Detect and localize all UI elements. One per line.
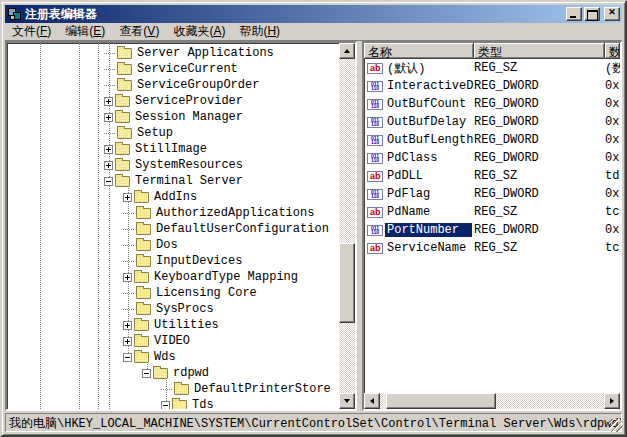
tree-item-dos[interactable]: Dos — [7, 237, 180, 253]
dword-value-icon — [367, 189, 383, 200]
value-data-cell: 0x — [605, 115, 620, 129]
column-header-[interactable]: 类型 — [474, 43, 605, 59]
value-type-cell: REG_DWORD — [474, 115, 605, 129]
menu-item-v[interactable]: 查看(V) — [112, 22, 166, 41]
scroll-right-button[interactable] — [604, 393, 620, 409]
tree-item-systemresources[interactable]: SystemResources — [7, 157, 245, 173]
tree-item-servicecurrent[interactable]: ServiceCurrent — [7, 61, 240, 77]
folder-icon — [134, 192, 149, 203]
value-data-cell: td — [605, 169, 620, 183]
tree-item-label: AuthorizedApplications — [154, 206, 316, 220]
expand-plus-box-icon[interactable] — [104, 161, 113, 170]
scroll-down-button[interactable] — [339, 393, 355, 409]
tree-item-inputdevices[interactable]: InputDevices — [7, 253, 244, 269]
tree-item-tds[interactable]: Tds — [7, 397, 216, 409]
list-horizontal-scrollbar[interactable] — [364, 393, 620, 409]
arrow-left-icon — [370, 398, 374, 404]
tree-item-sysprocs[interactable]: SysProcs — [7, 301, 216, 317]
expand-plus-box-icon[interactable] — [123, 273, 132, 282]
value-row-servicename[interactable]: ServiceNameREG_SZtc — [364, 239, 620, 257]
value-row-pdclass[interactable]: PdClassREG_DWORD0x — [364, 149, 620, 167]
tree-item-video[interactable]: VIDEO — [7, 333, 192, 349]
tree-item-rdpwd[interactable]: rdpwd — [7, 365, 211, 381]
value-name-label: PdFlag — [385, 187, 432, 201]
tree-vertical-scrollbar[interactable] — [339, 43, 355, 409]
value-row-outbufdelay[interactable]: OutBufDelayREG_DWORD0x — [364, 113, 620, 131]
expand-plus-box-icon[interactable] — [123, 193, 132, 202]
folder-icon — [172, 400, 187, 410]
status-bar: 我的电脑\HKEY_LOCAL_MACHINE\SYSTEM\CurrentCo… — [5, 411, 622, 432]
column-header-[interactable]: 数据 — [605, 43, 620, 59]
minimize-button[interactable] — [566, 7, 582, 21]
tree-item-serviceprovider[interactable]: ServiceProvider — [7, 93, 245, 109]
expand-plus-box-icon[interactable] — [104, 113, 113, 122]
value-data-cell: 0x — [605, 223, 620, 237]
tree-item-session-manager[interactable]: Session Manager — [7, 109, 245, 125]
menu-item-e[interactable]: 编辑(E) — [58, 22, 112, 41]
value-row-outbuflength[interactable]: OutBufLengthREG_DWORD0x — [364, 131, 620, 149]
value-type-cell: REG_SZ — [474, 205, 605, 219]
tree-item-servicegrouporder[interactable]: ServiceGroupOrder — [7, 77, 261, 93]
list-scrollbar-thumb[interactable] — [386, 393, 496, 409]
tree-item-defaultuserconfiguration[interactable]: DefaultUserConfiguration — [7, 221, 331, 237]
tree-item-licensing-core[interactable]: Licensing Core — [7, 285, 259, 301]
expand-plus-box-icon[interactable] — [123, 337, 132, 346]
value-row-pdname[interactable]: PdNameREG_SZtc — [364, 203, 620, 221]
tree-item-addins[interactable]: AddIns — [7, 189, 199, 205]
folder-icon — [136, 224, 151, 235]
value-name-cell: (默认) — [364, 60, 474, 77]
close-button[interactable] — [604, 7, 620, 21]
value-row-interactivedelay[interactable]: InteractiveDelayREG_DWORD0x — [364, 77, 620, 95]
maximize-button[interactable] — [584, 7, 600, 21]
tree-scrollbar-thumb[interactable] — [339, 243, 355, 323]
registry-app-icon — [7, 7, 22, 21]
expand-plus-box-icon[interactable] — [104, 97, 113, 106]
menu-item-f[interactable]: 文件(F) — [5, 22, 58, 41]
folder-icon — [115, 144, 130, 155]
tree-item-defaultprinterstore[interactable]: DefaultPrinterStore — [7, 381, 333, 397]
menu-bar: 文件(F)编辑(E)查看(V)收藏夹(A)帮助(H) — [5, 23, 622, 41]
value-row-pddll[interactable]: PdDLLREG_SZtd — [364, 167, 620, 185]
collapse-minus-box-icon[interactable] — [123, 353, 132, 362]
scroll-left-button[interactable] — [364, 393, 380, 409]
collapse-minus-box-icon[interactable] — [161, 401, 170, 410]
dword-value-icon — [367, 225, 383, 236]
tree-item-authorizedapplications[interactable]: AuthorizedApplications — [7, 205, 316, 221]
folder-icon — [117, 80, 132, 91]
value-data-cell: 0x — [605, 187, 620, 201]
collapse-minus-box-icon[interactable] — [104, 177, 113, 186]
value-name-label: OutBufLength — [385, 133, 474, 147]
tree-item-wds[interactable]: Wds — [7, 349, 178, 365]
tree-connector-line — [104, 85, 115, 86]
collapse-minus-box-icon[interactable] — [142, 369, 151, 378]
dword-value-icon — [367, 99, 383, 110]
folder-icon — [136, 304, 151, 315]
value-data-cell: 0x — [605, 79, 620, 93]
tree-item-keyboardtype-mapping[interactable]: KeyboardType Mapping — [7, 269, 300, 285]
tree-item-label: DefaultPrinterStore — [192, 382, 333, 396]
value-data-cell: 0x — [605, 97, 620, 111]
tree-item-stillimage[interactable]: StillImage — [7, 141, 209, 157]
value-row-pdflag[interactable]: PdFlagREG_DWORD0x — [364, 185, 620, 203]
arrow-right-icon — [610, 398, 614, 404]
expand-plus-box-icon[interactable] — [123, 321, 132, 330]
value-row-outbufcount[interactable]: OutBufCountREG_DWORD0x — [364, 95, 620, 113]
value-name-cell: PdFlag — [364, 187, 474, 201]
column-header-[interactable]: 名称 — [364, 43, 474, 59]
arrow-down-icon — [344, 399, 350, 403]
tree-item-label: Terminal Server — [133, 174, 245, 188]
scroll-up-button[interactable] — [339, 43, 355, 59]
dword-value-icon — [367, 135, 383, 146]
tree-item-terminal-server[interactable]: Terminal Server — [7, 173, 245, 189]
tree-item-server-applications[interactable]: Server Applications — [7, 45, 276, 61]
value-row-[interactable]: (默认)REG_SZ(数 — [364, 59, 620, 77]
value-row-portnumber[interactable]: PortNumberREG_DWORD0x — [364, 221, 620, 239]
resize-grip-icon[interactable] — [609, 419, 622, 432]
tree-item-utilities[interactable]: Utilities — [7, 317, 221, 333]
expand-plus-box-icon[interactable] — [104, 145, 113, 154]
folder-icon — [117, 64, 132, 75]
tree-item-setup[interactable]: Setup — [7, 125, 175, 141]
menu-item-a[interactable]: 收藏夹(A) — [166, 22, 232, 41]
menu-item-h[interactable]: 帮助(H) — [232, 22, 287, 41]
value-type-cell: REG_DWORD — [474, 151, 605, 165]
